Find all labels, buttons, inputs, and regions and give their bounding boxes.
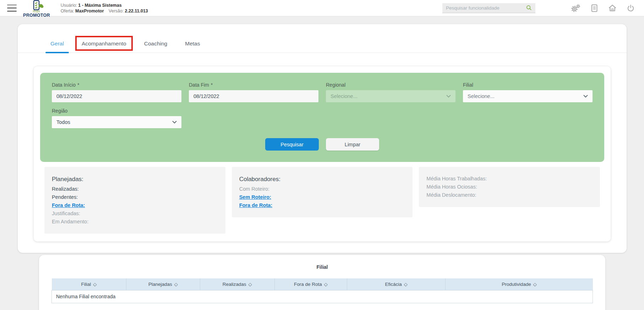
sem-roteiro-link[interactable]: Sem Roteiro:: [239, 193, 405, 201]
search-button[interactable]: Pesquisar: [265, 138, 319, 151]
regional-select: Selecione...: [326, 90, 455, 102]
sort-icon: ◇: [249, 282, 252, 287]
table-header-row: Filial◇ Planejadas◇ Realizadas◇ Fora de …: [52, 278, 593, 290]
regional-field: Regional Selecione...: [326, 82, 455, 102]
gear-icon: [571, 4, 580, 12]
filial-label: Filial: [463, 82, 593, 88]
offer-label: Oferta:: [61, 9, 74, 13]
stat-colaboradores: Colaboradores:: [239, 175, 405, 184]
chevron-down-icon: [172, 121, 177, 124]
search-box: [442, 3, 535, 13]
end-date-label: Data Fim*: [189, 82, 318, 88]
stat-pendentes: Pendentes:: [52, 193, 218, 201]
stats-panel-visits: Planejadas: Realizadas: Pendentes: Fora …: [44, 167, 225, 234]
empty-row: Nenhuma Filial encontrada: [52, 290, 593, 303]
column-header-eficacia[interactable]: Eficácia◇: [347, 278, 446, 290]
regiao-select[interactable]: Todos: [52, 116, 181, 128]
start-date-field: Data Início*: [52, 82, 181, 102]
home-icon: [608, 4, 617, 12]
logo-text-promotor: PROMOTOR: [23, 13, 50, 18]
column-header-filial[interactable]: Filial◇: [52, 278, 126, 290]
filter-card: Data Início* Data Fim* Regional Selecion…: [34, 66, 611, 241]
stat-media-deslocamento: Média Deslocamento:: [426, 191, 593, 199]
column-header-produtividade[interactable]: Produtividade◇: [446, 278, 593, 290]
sort-icon: ◇: [404, 282, 408, 287]
stat-com-roteiro: Com Roteiro:: [239, 185, 405, 193]
app-header: max PROMOTOR Usuário:1 - Máxima Sistemas…: [0, 0, 644, 16]
stat-media-ociosas: Média Horas Ociosas:: [426, 183, 593, 191]
tab-coaching[interactable]: Coaching: [139, 40, 173, 53]
regional-label: Regional: [326, 82, 455, 88]
main-card: Geral Acompanhamento Coaching Metas Data…: [18, 24, 627, 253]
filter-panel: Data Início* Data Fim* Regional Selecion…: [40, 73, 604, 162]
version-label: Versão:: [109, 9, 124, 13]
version-value: 2.22.11.013: [125, 9, 148, 13]
app-logo: max PROMOTOR: [23, 0, 50, 17]
tab-bar: Geral Acompanhamento Coaching Metas: [18, 24, 627, 53]
fora-de-rota-colab-link[interactable]: Fora de Rota:: [239, 201, 405, 210]
start-date-label: Data Início*: [52, 82, 181, 88]
empty-message: Nenhuma Filial encontrada: [52, 290, 593, 303]
regiao-field: Região Todos: [52, 108, 181, 128]
clear-button[interactable]: Limpar: [326, 138, 379, 151]
stats-row: Planejadas: Realizadas: Pendentes: Fora …: [44, 167, 600, 234]
user-label: Usuário:: [61, 3, 77, 8]
column-header-realizadas[interactable]: Realizadas◇: [200, 278, 274, 290]
settings-button[interactable]: [571, 4, 580, 12]
log-button[interactable]: [590, 4, 598, 12]
stat-justificadas: Justificadas:: [52, 210, 218, 218]
stats-panel-collaborators: Colaboradores: Com Roteiro: Sem Roteiro:…: [232, 167, 413, 217]
tab-metas[interactable]: Metas: [180, 40, 205, 53]
sort-icon: ◇: [324, 282, 328, 287]
tab-acompanhamento[interactable]: Acompanhamento: [77, 40, 131, 53]
power-icon: [627, 4, 635, 12]
header-icon-bar: [571, 4, 635, 12]
stat-em-andamento: Em Andamento:: [52, 218, 218, 226]
filial-field: Filial Selecione...: [463, 82, 593, 102]
sort-icon: ◇: [533, 282, 537, 287]
document-icon: [590, 4, 598, 12]
sort-icon: ◇: [93, 282, 97, 287]
sort-icon: ◇: [174, 282, 178, 287]
column-header-planejadas[interactable]: Planejadas◇: [126, 278, 200, 290]
stat-realizadas: Realizadas:: [52, 185, 218, 193]
search-icon[interactable]: [526, 5, 532, 11]
chevron-down-icon: [446, 95, 451, 98]
regiao-label: Região: [52, 108, 181, 114]
end-date-field: Data Fim*: [189, 82, 318, 102]
home-button[interactable]: [608, 4, 617, 12]
filial-table: Filial◇ Planejadas◇ Realizadas◇ Fora de …: [51, 278, 593, 303]
column-header-fora-de-rota[interactable]: Fora de Rota◇: [274, 278, 347, 290]
user-value: 1 - Máxima Sistemas: [78, 3, 121, 8]
stat-media-trabalhadas: Média Horas Trabalhadas:: [426, 175, 593, 183]
power-button[interactable]: [627, 4, 635, 12]
user-info: Usuário:1 - Máxima Sistemas Oferta:MaxPr…: [61, 2, 148, 14]
start-date-input[interactable]: [52, 90, 181, 102]
offer-value: MaxPromotor: [75, 9, 104, 13]
table-title: Filial: [39, 264, 605, 270]
menu-icon[interactable]: [7, 5, 17, 12]
end-date-input[interactable]: [189, 90, 318, 102]
chevron-down-icon: [583, 95, 588, 98]
filial-table-card: Filial Filial◇ Planejadas◇ Realizadas◇ F…: [39, 255, 605, 310]
filial-select[interactable]: Selecione...: [463, 90, 593, 102]
tab-geral[interactable]: Geral: [45, 40, 69, 53]
search-input[interactable]: [446, 5, 526, 11]
stat-planejadas: Planejadas:: [52, 175, 218, 184]
stats-panel-averages: Média Horas Trabalhadas: Média Horas Oci…: [419, 167, 600, 207]
fora-de-rota-link[interactable]: Fora de Rota:: [52, 201, 218, 210]
